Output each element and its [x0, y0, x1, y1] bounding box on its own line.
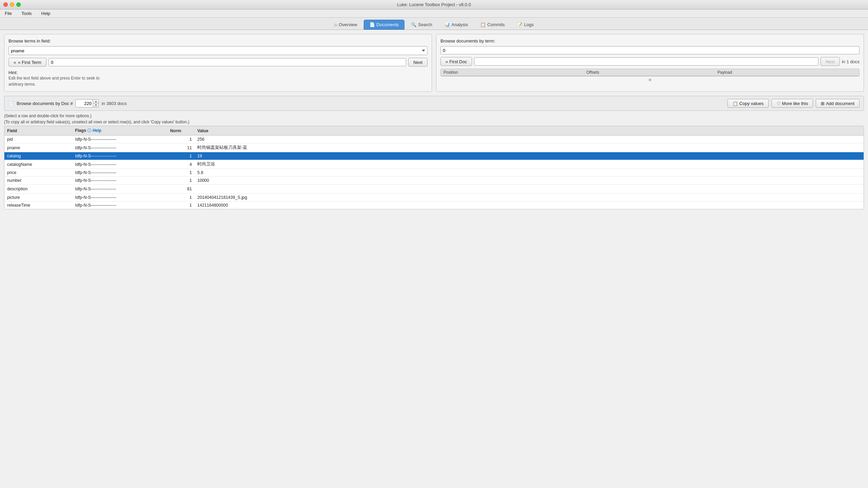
doc-browser-icon: 📄 [8, 101, 14, 106]
doc-term-input[interactable] [474, 57, 818, 66]
stepper-down[interactable]: ▼ [93, 103, 98, 107]
table-row[interactable]: catalog Idfp-N-S------------------ 1 19 [4, 152, 864, 160]
total-docs-label: in 3803 docs [102, 101, 127, 106]
cell-flags: Idfp-N-S------------------ [72, 152, 167, 160]
maximize-button[interactable] [16, 2, 21, 7]
search-tab-icon: 🔍 [411, 22, 416, 27]
cell-field: price [4, 169, 72, 177]
browse-terms-panel: Browse terms in field: pname pid catalog… [4, 34, 432, 92]
table-row[interactable]: pname Idfp-N-S------------------ 11 时尚锅盖… [4, 143, 864, 152]
table-row[interactable]: picture Idfp-N-S------------------ 1 201… [4, 194, 864, 202]
cell-norm: 1 [167, 202, 195, 209]
cell-value [195, 185, 864, 194]
copy-icon: 📋 [733, 101, 738, 106]
tab-bar: ⌂ Overview 📄 Documents 🔍 Search 📊 Analys… [0, 18, 868, 30]
table-row[interactable]: pid Idfp-N-S------------------ 1 256 [4, 136, 864, 143]
hint-section: Hint: Edit the text field above and pres… [8, 70, 428, 87]
document-table: Field Flags ⓘ Help Norm Value [4, 126, 864, 209]
instructions-section: (Select a row and double-click for more … [4, 114, 864, 124]
stepper-up[interactable]: ▲ [93, 100, 98, 103]
chart-icon: 📊 [445, 22, 450, 27]
logs-icon: 📝 [517, 22, 522, 27]
tab-analysis[interactable]: 📊 Analysis [439, 20, 474, 30]
doc-browser-left: 📄 Browse documents by Doc # ▲ ▼ in 3803 … [8, 99, 127, 107]
top-panels: Browse terms in field: pname pid catalog… [4, 34, 864, 92]
tab-search[interactable]: 🔍 Search [405, 20, 438, 30]
cell-flags: Idfp-N-S------------------ [72, 160, 167, 169]
close-button[interactable] [3, 2, 8, 7]
cell-value: 2014040412181439_S.jpg [195, 194, 864, 202]
main-content: Browse terms in field: pname pid catalog… [0, 30, 868, 488]
hint-label: Hint: [8, 70, 18, 75]
tab-logs[interactable]: 📝 Logs [511, 20, 539, 30]
menu-tools[interactable]: Tools [19, 10, 34, 17]
instruction-1: (Select a row and double-click for more … [4, 114, 864, 118]
col-flags: Flags ⓘ Help [72, 126, 167, 136]
cell-norm: 1 [167, 177, 195, 185]
doc-num-stepper[interactable]: ▲ ▼ [75, 99, 99, 107]
doc-num-input[interactable] [76, 100, 93, 107]
field-select-row: pname pid catalog catalogName price numb… [8, 46, 428, 55]
browse-docs-panel: Browse documents by term: « First Doc Ne… [436, 34, 864, 92]
first-doc-button[interactable]: « First Doc [440, 57, 472, 66]
field-select[interactable]: pname pid catalog catalogName price numb… [8, 46, 428, 55]
window-title: Luke: Lucene Toolbox Project - v8.0.0 [397, 2, 471, 7]
menu-help[interactable]: Help [39, 10, 52, 17]
doc-icon: 📄 [369, 22, 375, 27]
cell-value: 时尚卫浴 [195, 160, 864, 169]
cell-field: pid [4, 136, 72, 143]
menu-file[interactable]: File [3, 10, 14, 17]
doc-browser-toolbar: 📄 Browse documents by Doc # ▲ ▼ in 3803 … [4, 96, 864, 111]
first-term-button[interactable]: « « First Term [8, 58, 47, 67]
tab-documents[interactable]: 📄 Documents [364, 20, 405, 30]
first-doc-icon: « [446, 59, 448, 64]
term-positions-table: Position Offsets Payload [441, 69, 859, 76]
table-row[interactable]: description Idfp-N-S------------------ 8… [4, 185, 864, 194]
hint-body: Edit the text field above and press Ente… [8, 75, 428, 87]
col-position: Position [441, 69, 584, 76]
minimize-button[interactable] [10, 2, 14, 7]
cell-norm: 1 [167, 169, 195, 177]
next-doc-button[interactable]: Next [820, 57, 840, 66]
scroll-indicator [440, 76, 860, 83]
copy-values-button[interactable]: 📋 Copy values [727, 99, 769, 108]
table-row[interactable]: releaseTime Idfp-N-S------------------ 1… [4, 202, 864, 209]
term-positions-table-wrap: Position Offsets Payload [440, 69, 860, 76]
tab-overview[interactable]: ⌂ Overview [329, 20, 363, 30]
cell-value: 1421164800000 [195, 202, 864, 209]
doc-nav-row: « First Doc Next in 1 docs [440, 57, 860, 66]
cell-field: catalog [4, 152, 72, 160]
col-payload: Payload [715, 69, 859, 76]
tab-commits[interactable]: 📋 Commits [474, 20, 510, 30]
document-table-body: pid Idfp-N-S------------------ 1 256 pna… [4, 136, 864, 209]
more-like-button[interactable]: ♡ More like this [772, 99, 813, 108]
table-row[interactable]: number Idfp-N-S------------------ 1 1000… [4, 177, 864, 185]
scroll-dot [649, 79, 651, 81]
heart-icon: ♡ [777, 101, 781, 106]
cell-value: 5.8 [195, 169, 864, 177]
add-document-button[interactable]: ⊞ Add document [816, 99, 860, 108]
table-header: Field Flags ⓘ Help Norm Value [4, 126, 864, 136]
table-row[interactable]: price Idfp-N-S------------------ 1 5.8 [4, 169, 864, 177]
col-norm: Norm [167, 126, 195, 136]
term-value-input[interactable] [440, 46, 860, 54]
flags-question: ⓘ [87, 128, 91, 133]
cell-flags: Idfp-N-S------------------ [72, 177, 167, 185]
cell-field: releaseTime [4, 202, 72, 209]
cell-norm: 1 [167, 152, 195, 160]
doc-browser-label: Browse documents by Doc # [17, 101, 73, 106]
cell-flags: Idfp-N-S------------------ [72, 169, 167, 177]
browse-terms-label: Browse terms in field: [8, 38, 428, 43]
flags-help-link[interactable]: Help [93, 128, 102, 133]
title-bar: Luke: Lucene Toolbox Project - v8.0.0 [0, 0, 868, 10]
cell-value: 256 [195, 136, 864, 143]
cell-norm: 4 [167, 160, 195, 169]
table-row[interactable]: catalogName Idfp-N-S------------------ 4… [4, 160, 864, 169]
term-input-row [440, 46, 860, 54]
browse-docs-label: Browse documents by term: [440, 38, 860, 43]
cell-value: 时尚锅盖架砧板刀具架-蓝 [195, 143, 864, 152]
window-controls[interactable] [3, 2, 21, 7]
next-term-button[interactable]: Next [408, 58, 428, 67]
term-position-input[interactable] [49, 58, 406, 66]
cell-norm: 1 [167, 136, 195, 143]
